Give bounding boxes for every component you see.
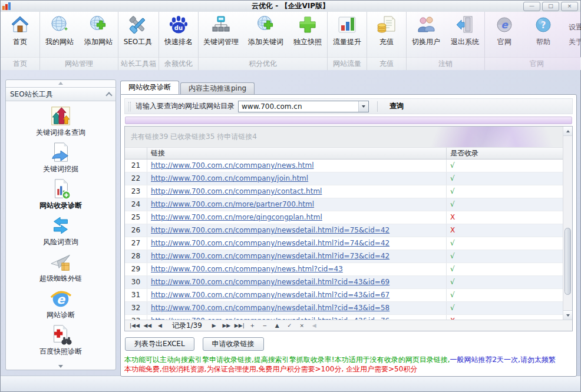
query-button[interactable]: 查询 (384, 99, 410, 113)
toolbar-group-recharge: 充值充值 (367, 12, 407, 70)
toolbar: 首页首页我的网站添加网站网站管理SEO工具站长工具箱du快速排名余额优化关键词管… (1, 12, 580, 71)
scroll-down-arrow-icon[interactable] (563, 310, 572, 320)
minimize-button[interactable]: — (523, 2, 540, 11)
pager-refresh-button[interactable]: ◀ (308, 323, 321, 328)
link-url[interactable]: http://www.700.com.cn/commpany/newsdetai… (151, 278, 389, 286)
pager-delete-record-button[interactable]: − (259, 323, 271, 328)
toolbar-button-label: 首页 (13, 37, 27, 47)
toolbar-button-seo-tools[interactable]: SEO工具 (118, 12, 157, 57)
toolbar-button-about[interactable]: 关于 (569, 37, 581, 47)
pager-record-label: 记录1/39 (166, 321, 208, 331)
pager-cancel-record-button[interactable]: × (296, 323, 308, 328)
link-cell: http://www.700.com.cn/more/partner700.ht… (147, 198, 447, 211)
export-excel-button[interactable]: 列表导出EXCEL (125, 337, 194, 351)
swap-arrows-icon (49, 214, 72, 237)
app-window: 云优化 - 【企业VIP版】 —□× 首页首页我的网站添加网站网站管理SEO工具… (0, 0, 581, 392)
pager-first-page-button[interactable]: |◀◀ (128, 323, 141, 328)
tools-icon (128, 15, 148, 35)
toolbar-button-recharge[interactable]: 充值 (367, 12, 406, 57)
toolbar-button-my-website[interactable]: 我的网站 (40, 12, 79, 57)
scrollbar-thumb[interactable] (565, 228, 571, 295)
sidebar-group-header[interactable]: SEO站长工具 (5, 87, 116, 101)
apply-inclusion-button[interactable]: 申请收录链接 (203, 337, 264, 351)
sidebar-item-keyword-mining[interactable]: 关键词挖掘 (43, 141, 78, 174)
vertical-scrollbar[interactable] (563, 127, 572, 320)
tab-ping-push[interactable]: 内容主动推送ping (180, 82, 255, 94)
x-mark: X (450, 213, 455, 221)
toolbar-button-switch-user[interactable]: 切换用户 (407, 12, 445, 57)
link-url[interactable]: http://www.700.com.cn/commpany/newsdetai… (151, 226, 389, 234)
link-url[interactable]: http://www.700.com.cn/more/qingcongplan.… (151, 213, 322, 221)
toolbar-button-keyword-management[interactable]: 关键词管理 (199, 12, 243, 57)
exit-door-icon (455, 15, 475, 35)
toolbar-button-fast-ranking[interactable]: du快速排名 (159, 12, 198, 57)
toolbar-button-standalone-snapshot[interactable]: 独立快照 (288, 12, 327, 57)
link-url[interactable]: http://www.700.com.cn/commpany/contact.h… (151, 187, 322, 195)
toolbar-button-official-website[interactable]: e官网 (485, 12, 524, 57)
sidebar-item-baidu-snapshot-diagnosis[interactable]: 百度快照诊断 (39, 324, 82, 357)
link-url[interactable]: http://www.700.com.cn/commpany/newsdetai… (151, 239, 389, 247)
sidebar-item-site-inclusion-diagnosis[interactable]: 网站收录诊断 (39, 178, 82, 211)
inclusion-status-cell: √ (447, 237, 563, 250)
toolbar-button-exit-system[interactable]: 退出系统 (445, 12, 484, 57)
sidebar-scroll-down-icon[interactable] (6, 363, 115, 370)
dropdown-arrow-icon[interactable] (358, 101, 368, 112)
table-header-row: 链接 是否收录 (125, 148, 563, 160)
toolbar-button-settings[interactable]: 设置 (569, 22, 581, 32)
sidebar-item-risk-word-query[interactable]: 风险词查询 (43, 214, 78, 247)
toolbar-group-points-optimization: 关键词管理添加关键词独立快照积分优化 (199, 12, 328, 70)
toolbar-separator (377, 101, 378, 112)
toolbar-button-traffic-boost[interactable]: 流量提升 (328, 12, 367, 57)
pager-post-record-button[interactable]: ✓ (283, 323, 296, 328)
row-number-cell: 30 (125, 276, 147, 288)
table-row: 32http://www.700.com.cn/commpany/newsdet… (125, 302, 563, 315)
url-combobox[interactable]: www.700.com.cn (238, 101, 369, 112)
tabstrip: 网站收录诊断 内容主动推送ping (120, 82, 256, 94)
link-url[interactable]: http://www.700.com.cn/commpany/news.html… (151, 265, 343, 273)
sidebar-item-website-diagnosis[interactable]: e网站诊断 (47, 287, 75, 320)
pager-edit-record-button[interactable]: ▲ (271, 323, 283, 328)
toolbar-button-add-keyword[interactable]: 添加关键词 (243, 12, 288, 57)
link-cell: http://www.700.com.cn/commpany/news.html… (147, 263, 447, 275)
toolbar-button-add-website[interactable]: 添加网站 (79, 12, 118, 57)
home-icon (10, 15, 30, 35)
row-number-cell: 24 (125, 198, 147, 211)
table-row: 29http://www.700.com.cn/commpany/news.ht… (125, 263, 563, 276)
table-row: 26http://www.700.com.cn/commpany/newsdet… (125, 224, 563, 237)
close-button[interactable]: × (561, 2, 578, 11)
maximize-button[interactable]: □ (542, 2, 559, 11)
link-url[interactable]: http://www.700.com.cn/commpany/join.html (151, 174, 308, 182)
main-panel: 请输入要查询的网址或网站目录 www.700.com.cn 查询 共有链接39 … (120, 94, 577, 377)
query-toolbar: 请输入要查询的网址或网站目录 www.700.com.cn 查询 (124, 98, 573, 114)
pager-prev-page-button[interactable]: ◀ (154, 323, 166, 328)
pager-forward-button[interactable]: ▶▶ (220, 323, 233, 328)
column-header-included: 是否收录 (447, 148, 563, 159)
svg-text:du: du (174, 25, 183, 31)
toolbar-button-label: 快速排名 (164, 37, 193, 47)
toolbar-group-logout: 切换用户退出系统注销 (407, 12, 485, 70)
ie-browser-icon: e (49, 287, 72, 310)
pager-next-page-button[interactable]: ▶ (208, 323, 220, 328)
toolbar-button-label: 切换用户 (412, 37, 440, 47)
link-url[interactable]: http://www.700.com.cn/commpany/newsdetai… (151, 252, 389, 260)
sidebar-item-super-spider-backlink[interactable]: 超级蜘蛛外链 (39, 251, 82, 284)
row-number-cell: 25 (125, 211, 147, 224)
pager-rewind-button[interactable]: ◀◀ (141, 323, 154, 328)
scroll-up-arrow-icon[interactable] (563, 127, 572, 136)
link-url[interactable]: http://www.700.com.cn/commpany/news.html (151, 161, 314, 170)
toolbar-button-help[interactable]: ?帮助 (524, 12, 563, 57)
sidebar-item-keyword-rank-query[interactable]: 关键词排名查询 (36, 105, 85, 138)
link-url[interactable]: http://www.700.com.cn/more/partner700.ht… (151, 200, 314, 208)
note-green-text: 本功能可以主动向搜索引擎申请收录链接,提高搜索引擎抓取收录率!本功适用于没有收录… (124, 356, 450, 364)
sidebar-scroll-up-icon[interactable] (6, 80, 115, 87)
toolbar-button-home[interactable]: 首页 (1, 12, 39, 57)
link-url[interactable]: http://www.700.com.cn/commpany/newsdetai… (151, 304, 389, 312)
action-buttons: 列表导出EXCEL 申请收录链接 (124, 337, 573, 351)
pager-insert-record-button[interactable]: + (246, 323, 259, 328)
tab-inclusion-diagnosis[interactable]: 网站收录诊断 (120, 81, 179, 94)
toolbar-group-label: 站长工具箱 (118, 57, 159, 70)
link-url[interactable]: http://www.700.com.cn/commpany/newsdetai… (151, 291, 389, 299)
pager-last-page-button[interactable]: ▶▶| (233, 323, 246, 328)
app-logo-icon (2, 2, 11, 10)
row-number-cell: 26 (125, 224, 147, 237)
